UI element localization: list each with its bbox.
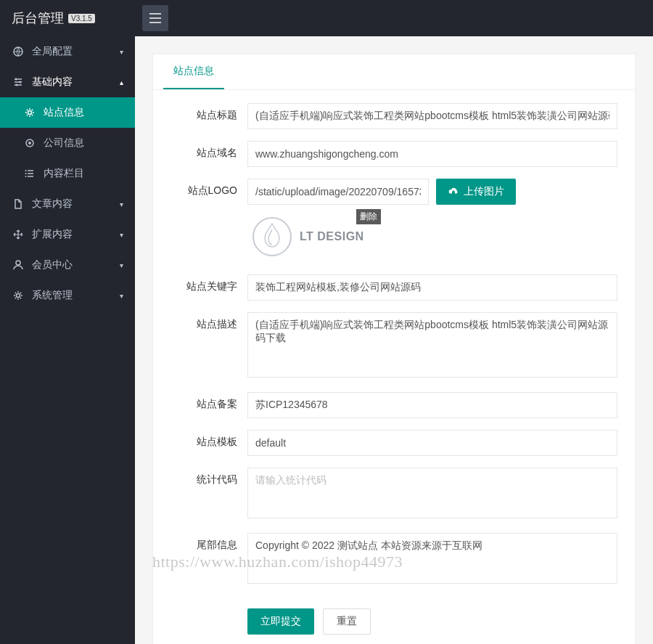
sidebar-item-label: 文章内容 — [32, 197, 120, 211]
sidebar-toggle-button[interactable] — [142, 5, 168, 31]
upload-image-button[interactable]: 上传图片 — [436, 179, 516, 205]
site-icp-input[interactable] — [247, 392, 617, 418]
submit-button[interactable]: 立即提交 — [247, 608, 314, 635]
svg-point-7 — [28, 111, 32, 115]
svg-point-5 — [20, 81, 22, 83]
gear-icon — [23, 107, 36, 118]
sidebar-item-label: 公司信息 — [44, 136, 123, 150]
svg-point-12 — [25, 176, 27, 177]
svg-rect-1 — [149, 17, 161, 19]
globe-icon — [12, 46, 25, 57]
panel: 站点信息 站点标题 站点域名 站点LOGO 上传图片 — [152, 54, 636, 644]
site-template-input[interactable] — [247, 430, 617, 456]
sliders-icon — [12, 76, 25, 88]
site-form: 站点标题 站点域名 站点LOGO 上传图片 — [153, 90, 635, 644]
sidebar-subitem-站点信息[interactable]: 站点信息 — [0, 97, 135, 128]
sidebar-item-label: 扩展内容 — [32, 228, 120, 241]
hamburger-icon — [149, 13, 161, 23]
cloud-upload-icon — [448, 187, 459, 197]
svg-point-6 — [16, 84, 18, 86]
label-keywords: 站点关键字 — [153, 274, 247, 293]
logo-text: LT DESIGN — [300, 230, 364, 243]
sidebar-item-label: 站点信息 — [44, 106, 123, 119]
sidebar-subitem-公司信息[interactable]: 公司信息 — [0, 128, 135, 158]
list-icon — [23, 168, 36, 179]
label-logo: 站点LOGO — [153, 179, 247, 197]
sidebar-item-系统管理[interactable]: 系统管理▾ — [0, 280, 135, 311]
user-icon — [12, 259, 25, 271]
svg-rect-2 — [149, 22, 161, 23]
site-domain-input[interactable] — [247, 141, 617, 167]
cog-icon — [12, 290, 25, 301]
arrows-icon — [12, 229, 25, 240]
chevron-up-icon: ▴ — [120, 78, 123, 86]
app-header: 后台管理 V3.1.5 — [0, 0, 653, 36]
site-description-input[interactable]: (自适应手机端)响应式装饰工程类网站pbootcms模板 html5装饰装潢公司… — [247, 312, 617, 378]
brand: 后台管理 V3.1.5 — [0, 9, 135, 27]
tab-site-info[interactable]: 站点信息 — [163, 54, 224, 89]
sidebar-item-label: 基础内容 — [32, 76, 120, 89]
upload-label: 上传图片 — [464, 185, 504, 198]
label-description: 站点描述 — [153, 312, 247, 331]
svg-point-10 — [25, 170, 27, 171]
sidebar-item-基础内容[interactable]: 基础内容▴ — [0, 67, 135, 97]
label-title: 站点标题 — [153, 103, 247, 122]
reset-button[interactable]: 重置 — [323, 608, 371, 635]
file-icon — [12, 198, 25, 210]
label-icp: 站点备案 — [153, 392, 247, 411]
svg-point-11 — [25, 173, 27, 174]
sidebar: 全局配置▾基础内容▴站点信息公司信息内容栏目文章内容▾扩展内容▾会员中心▾系统管… — [0, 36, 135, 644]
sidebar-subitem-内容栏目[interactable]: 内容栏目 — [0, 158, 135, 189]
label-stats: 统计代码 — [153, 468, 247, 486]
site-stats-input[interactable] — [247, 468, 617, 518]
chevron-down-icon: ▾ — [120, 200, 123, 208]
brand-title: 后台管理 — [12, 9, 64, 27]
svg-point-4 — [15, 78, 17, 81]
sidebar-item-label: 会员中心 — [32, 258, 120, 272]
svg-point-13 — [16, 261, 20, 265]
circle-dot-icon — [23, 137, 36, 149]
sidebar-item-扩展内容[interactable]: 扩展内容▾ — [0, 219, 135, 250]
label-footer: 尾部信息 — [153, 533, 247, 552]
chevron-down-icon: ▾ — [120, 261, 123, 269]
label-template: 站点模板 — [153, 430, 247, 449]
tab-header: 站点信息 — [153, 54, 635, 90]
chevron-down-icon: ▾ — [120, 48, 123, 56]
site-title-input[interactable] — [247, 103, 617, 129]
sidebar-item-文章内容[interactable]: 文章内容▾ — [0, 189, 135, 219]
logo-preview: LT DESIGN 删除 — [247, 211, 385, 263]
sidebar-item-label: 内容栏目 — [44, 167, 123, 180]
sidebar-item-会员中心[interactable]: 会员中心▾ — [0, 250, 135, 280]
site-logo-path-input[interactable] — [247, 179, 429, 205]
delete-logo-button[interactable]: 删除 — [356, 209, 381, 224]
sidebar-item-label: 全局配置 — [32, 45, 120, 58]
site-footer-input[interactable]: Copyright © 2022 测试站点 本站资源来源于互联网 — [247, 533, 617, 584]
label-domain: 站点域名 — [153, 141, 247, 160]
sidebar-item-全局配置[interactable]: 全局配置▾ — [0, 36, 135, 67]
chevron-down-icon: ▾ — [120, 292, 123, 300]
main-content: 站点信息 站点标题 站点域名 站点LOGO 上传图片 — [135, 36, 653, 644]
svg-rect-0 — [149, 13, 161, 15]
sidebar-item-label: 系统管理 — [32, 289, 120, 302]
svg-point-14 — [17, 294, 20, 298]
version-badge: V3.1.5 — [68, 14, 95, 23]
chevron-down-icon: ▾ — [120, 231, 123, 239]
site-keywords-input[interactable] — [247, 274, 617, 301]
svg-point-9 — [28, 142, 31, 144]
logo-flame-icon — [252, 216, 292, 257]
